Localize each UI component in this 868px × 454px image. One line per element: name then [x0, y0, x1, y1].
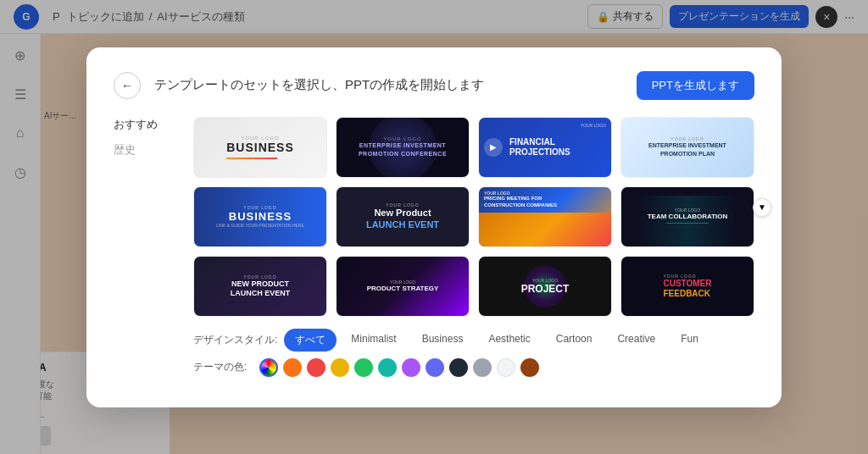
modal-body: おすすめ 歴史 YOUR LOGO BUSINESS [114, 117, 754, 384]
template-business-white[interactable]: YOUR LOGO BUSINESS [193, 117, 327, 178]
template-product-launch[interactable]: YOUR LOGO New ProductLAUNCH EVENT [336, 186, 470, 247]
style-aesthetic[interactable]: Aesthetic [477, 329, 541, 352]
color-green[interactable] [354, 358, 373, 377]
color-white[interactable] [497, 358, 515, 377]
template-customer-feedback[interactable]: YOUR LOGO CUSTOMER FEEDBACK [620, 256, 754, 317]
color-brown[interactable] [520, 358, 539, 377]
template-grid: YOUR LOGO BUSINESS YOUR LOGO ENTERPRISE … [193, 117, 754, 317]
color-orange[interactable] [283, 358, 302, 377]
color-indigo[interactable] [426, 358, 444, 377]
template-area: YOUR LOGO BUSINESS YOUR LOGO ENTERPRISE … [193, 117, 754, 384]
color-yellow[interactable] [331, 358, 349, 377]
template-product-launch2[interactable]: YOUR LOGO NEW PRODUCTLAUNCH EVENT [193, 256, 327, 317]
template-enterprise-blue[interactable]: YOUR LOGO ENTERPRISE INVESTMENTPROMOTION… [620, 117, 754, 178]
modal-header: ← テンプレートのセットを選択し、PPTの作成を開始します PPTを生成します [114, 71, 754, 100]
style-cartoon[interactable]: Cartoon [545, 329, 604, 352]
template-dark-promo[interactable]: YOUR LOGO ENTERPRISE INVESTMENTPROMOTION… [336, 117, 470, 178]
color-purple[interactable] [402, 358, 420, 377]
style-fun[interactable]: Fun [670, 329, 709, 352]
scroll-down-button[interactable]: ▼ [753, 198, 771, 217]
modal-title: テンプレートのセットを選択し、PPTの作成を開始します [154, 77, 623, 93]
modal-overlay: ← テンプレートのセットを選択し、PPTの作成を開始します PPTを生成します … [0, 0, 868, 454]
style-all[interactable]: すべて [284, 329, 337, 352]
modal: ← テンプレートのセットを選択し、PPTの作成を開始します PPTを生成します … [86, 47, 782, 407]
template-product-strategy[interactable]: YOUR LOGO PRODUCT STRATEGY [336, 256, 470, 317]
template-team-collab[interactable]: YOUR LOGO TEAM COLLABORATION [620, 186, 754, 247]
feedback-text: FEEDBACK [663, 289, 710, 298]
design-style-label: デザインスタイル: [193, 333, 277, 347]
color-black[interactable] [449, 358, 468, 377]
nav-recommended[interactable]: おすすめ [114, 117, 173, 132]
customer-text: CUSTOMER [663, 279, 711, 288]
theme-color-label: テーマの色: [193, 360, 253, 374]
design-style-row: デザインスタイル: すべて Minimalist Business Aesthe… [193, 329, 754, 352]
style-business[interactable]: Business [411, 329, 475, 352]
color-dots [259, 358, 539, 377]
style-pills: すべて Minimalist Business Aesthetic Cartoo… [284, 329, 709, 352]
back-button[interactable]: ← [114, 72, 141, 99]
template-bridge[interactable]: YOUR LOGO PRICING MEETING FORCONSTRUCTIO… [478, 186, 612, 247]
style-creative[interactable]: Creative [606, 329, 666, 352]
color-gray[interactable] [473, 358, 492, 377]
style-controls: デザインスタイル: すべて Minimalist Business Aesthe… [193, 329, 754, 377]
color-red[interactable] [307, 358, 326, 377]
template-business-blue[interactable]: YOUR LOGO BUSINESS LINK & GUIDE YOUR PRE… [193, 186, 327, 247]
style-minimalist[interactable]: Minimalist [340, 329, 407, 352]
template-project[interactable]: YOUR LOGO PROJECT [478, 256, 612, 317]
theme-color-row: テーマの色: [193, 358, 754, 377]
color-rainbow[interactable] [259, 358, 278, 377]
generate-ppt-button[interactable]: PPTを生成します [637, 71, 754, 100]
color-teal[interactable] [378, 358, 397, 377]
nav-history[interactable]: 歴史 [114, 142, 173, 158]
template-financial[interactable]: YOUR LOGO ▶ FINANCIALPROJECTIONS [478, 117, 612, 178]
modal-nav: おすすめ 歴史 [114, 117, 173, 384]
